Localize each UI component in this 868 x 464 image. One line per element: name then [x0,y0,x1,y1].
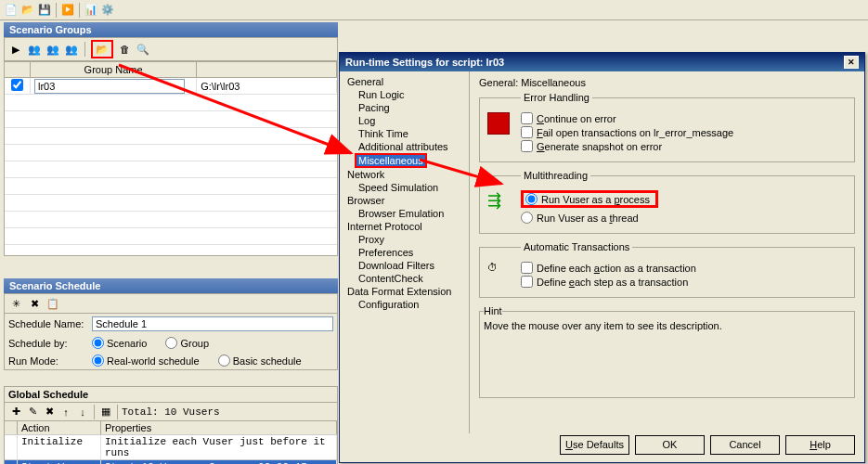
run-as-process-radio[interactable] [525,193,538,205]
save-icon[interactable]: 💾 [37,3,52,18]
use-defaults-button[interactable]: Use Defaults [560,435,629,455]
add-action-icon[interactable]: ✚ [8,405,23,419]
multithreading-legend: Multithreading [521,170,590,181]
radio-basic[interactable]: Basic schedule [218,354,302,367]
tree-run-logic[interactable]: Run Logic [340,88,469,101]
tree-think-time[interactable]: Think Time [340,127,469,140]
up-icon[interactable]: ↑ [58,405,73,419]
duplicate-schedule-icon[interactable]: 📋 [45,296,60,311]
dialog-title-text: Run-time Settings for script: lr03 [345,57,504,68]
schedule-name-label: Schedule Name: [8,318,92,329]
tree-configuration[interactable]: Configuration [340,298,469,311]
edit-action-icon[interactable]: ✎ [25,405,40,419]
add-script-icon: 📂 [95,42,110,57]
error-handling-icon [487,112,510,135]
step-transaction-checkbox[interactable] [521,276,533,288]
run-mode-label: Run Mode: [8,355,92,367]
vusers-icon[interactable]: 👥 [27,42,42,57]
cancel-button[interactable]: Cancel [710,435,780,455]
vusers-blue-icon[interactable]: 👥 [45,42,60,57]
auto-trans-icon: ⏱ [487,262,510,284]
radio-scenario[interactable]: Scenario [92,337,147,349]
open-icon[interactable]: 📂 [20,3,35,18]
radio-group[interactable]: Group [165,337,209,349]
tree-miscellaneous[interactable]: Miscellaneous [355,153,427,168]
tree-content-check[interactable]: ContentCheck [340,272,469,285]
radio-realworld[interactable]: Real-world schedule [92,354,200,367]
col-properties: Properties [101,421,337,434]
col-action: Action [18,421,101,434]
hint-text: Move the mouse over any item to see its … [484,320,850,331]
scenario-groups-title: Scenario Groups [4,22,338,37]
global-schedule-panel: Global Schedule ✚ ✎ ✖ ↑ ↓ ▦ Total: 10 Vu… [4,386,338,464]
remove-icon[interactable]: 🗑 [117,42,132,57]
tree-network[interactable]: Network [340,168,469,181]
close-icon[interactable]: ✕ [844,56,859,69]
ok-button[interactable]: OK [635,435,705,455]
error-handling-legend: Error Handling [521,92,592,103]
details-icon[interactable]: 🔍 [136,42,150,57]
delete-schedule-icon[interactable]: ✖ [27,296,42,311]
error-handling-group: Error Handling CContinue on errorontinue… [479,92,855,162]
row-checkbox[interactable] [11,79,23,91]
vusers-red-icon[interactable]: 👥 [64,42,79,57]
analyze-icon[interactable]: 📊 [84,3,98,18]
grid-icon[interactable]: ▦ [98,405,113,419]
scenario-schedule-title: Scenario Schedule [4,278,338,293]
scenario-groups-grid: Group Name G:\lr\lr03 [4,61,338,256]
group-name-input[interactable] [34,79,185,94]
global-schedule-title: Global Schedule [5,387,337,403]
hint-group: Hint Move the mouse over any item to see… [479,305,855,398]
run-as-thread-radio[interactable] [521,212,533,224]
tree-speed-simulation[interactable]: Speed Simulation [340,181,469,194]
table-row[interactable]: Initialize Initialize each Vuser just be… [5,434,337,459]
dialog-titlebar[interactable]: Run-time Settings for script: lr03 ✕ [340,53,864,71]
dialog-buttons: Use Defaults OK Cancel Help [560,435,855,455]
run-icon[interactable]: ▶️ [60,3,75,18]
action-transaction-checkbox[interactable] [521,262,533,274]
schedule-toolbar: ✳ ✖ 📋 [4,293,338,314]
app-toolbar: 📄 📂 💾 ▶️ 📊 ⚙️ [0,0,868,20]
scenario-schedule-panel: Scenario Schedule ✳ ✖ 📋 Schedule Name: S… [4,278,338,370]
tree-internet-protocol[interactable]: Internet Protocol [340,220,469,233]
continue-on-error-checkbox[interactable] [521,112,533,124]
script-path-cell: G:\lr\lr03 [197,80,337,93]
add-script-button[interactable]: 📂 [91,40,113,58]
hint-legend: Hint [484,305,502,316]
tree-log[interactable]: Log [340,114,469,127]
col-group-name: Group Name [31,62,197,77]
settings-icon[interactable]: ⚙️ [100,3,115,18]
play-icon[interactable]: ▶ [8,42,23,57]
new-schedule-icon[interactable]: ✳ [8,296,23,311]
down-icon[interactable]: ↓ [75,405,90,419]
tree-additional-attributes[interactable]: Additional attributes [340,140,469,153]
tree-download-filters[interactable]: Download Filters [340,259,469,272]
auto-transactions-legend: Automatic Transactions [521,241,632,252]
new-icon[interactable]: 📄 [4,3,19,18]
tree-browser[interactable]: Browser [340,194,469,207]
snapshot-checkbox[interactable] [521,140,533,152]
content-header: General: Miscellaneous [479,77,855,88]
delete-action-icon[interactable]: ✖ [42,405,57,419]
schedule-name-input[interactable] [92,316,333,331]
tree-data-format[interactable]: Data Format Extension [340,285,469,298]
col-script-path [197,62,337,77]
schedule-by-label: Schedule by: [8,338,92,349]
tree-general[interactable]: General [340,75,469,88]
multithreading-icon: ⇶ [487,190,510,213]
fail-open-checkbox[interactable] [521,126,533,138]
tree-browser-emulation[interactable]: Browser Emulation [340,207,469,220]
tree-preferences[interactable]: Preferences [340,246,469,259]
table-row[interactable]: G:\lr\lr03 [5,78,337,95]
tree-proxy[interactable]: Proxy [340,233,469,246]
table-row[interactable]: ▶ Start Vusers Start 10 Vusers: 2 every … [5,459,337,464]
total-vusers: Total: 10 Vusers [122,406,220,418]
multithreading-group: Multithreading ⇶ Run Vuser as a process … [479,170,855,234]
settings-tree: General Run Logic Pacing Log Think Time … [340,71,470,433]
help-button[interactable]: Help [785,435,855,455]
auto-transactions-group: Automatic Transactions ⏱ Define each act… [479,241,855,298]
settings-content: General: Miscellaneous Error Handling CC… [470,71,864,433]
scenario-groups-panel: Scenario Groups ▶ 👥 👥 👥 📂 🗑 🔍 Group Name… [4,22,338,256]
tree-pacing[interactable]: Pacing [340,101,469,114]
scenario-groups-toolbar: ▶ 👥 👥 👥 📂 🗑 🔍 [4,37,338,61]
